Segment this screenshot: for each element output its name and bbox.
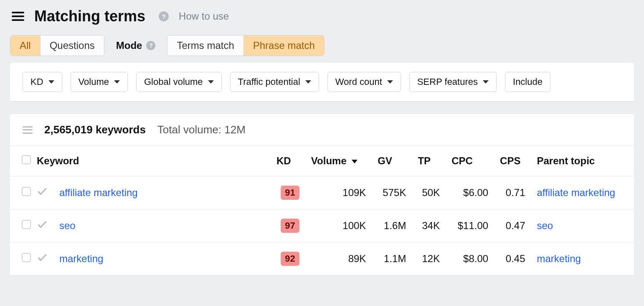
select-all-checkbox[interactable] (22, 155, 31, 164)
keyword-link[interactable]: marketing (59, 253, 103, 264)
cell-volume: 100K (305, 209, 372, 242)
col-gv[interactable]: GV (372, 146, 412, 176)
filter-serp-features[interactable]: SERP features (409, 72, 497, 92)
filter-bar: KD Volume Global volume Traffic potentia… (10, 63, 634, 102)
keyword-link[interactable]: seo (59, 220, 76, 231)
cell-gv: 1.1M (372, 242, 412, 275)
hamburger-menu-icon[interactable] (12, 12, 24, 21)
list-density-icon[interactable] (23, 126, 33, 134)
keyword-link[interactable]: affiliate marketing (59, 187, 138, 198)
filter-word-count-label: Word count (335, 76, 382, 87)
filter-global-volume[interactable]: Global volume (136, 72, 222, 92)
col-parent-topic[interactable]: Parent topic (531, 146, 634, 176)
type-segmented: All Questions (10, 35, 104, 56)
sort-desc-icon (352, 160, 357, 163)
mode-label-text: Mode (116, 40, 142, 51)
cell-gv: 575K (372, 176, 412, 209)
cell-cpc: $8.00 (446, 242, 494, 275)
kd-badge: 97 (281, 219, 299, 233)
checkmark-icon (31, 209, 53, 242)
mode-phrase-match[interactable]: Phrase match (243, 36, 324, 56)
keyword-count: 2,565,019 keywords (44, 123, 146, 136)
col-tp[interactable]: TP (412, 146, 446, 176)
chevron-down-icon (483, 80, 489, 84)
parent-topic-link[interactable]: marketing (537, 253, 581, 264)
cell-gv: 1.6M (372, 209, 412, 242)
filter-word-count[interactable]: Word count (327, 72, 401, 92)
kd-badge: 91 (281, 186, 299, 200)
chevron-down-icon (305, 80, 311, 84)
kd-badge: 92 (281, 252, 299, 266)
total-volume: Total volume: 12M (157, 123, 246, 136)
mode-help-icon[interactable]: ? (146, 41, 155, 50)
col-cpc[interactable]: CPC (446, 146, 494, 176)
row-checkbox[interactable] (22, 187, 31, 196)
chevron-down-icon (48, 80, 54, 84)
filter-global-volume-label: Global volume (144, 76, 203, 87)
parent-topic-link[interactable]: seo (537, 220, 553, 231)
keywords-table: Keyword KD Volume GV TP CPC CPS Parent t… (10, 146, 634, 275)
tab-questions[interactable]: Questions (40, 36, 104, 56)
cell-volume: 109K (305, 176, 372, 209)
filter-kd[interactable]: KD (23, 72, 62, 92)
col-kd[interactable]: KD (271, 146, 305, 176)
mode-label: Mode ? (116, 40, 156, 51)
cell-cps: 0.45 (494, 242, 531, 275)
tab-all[interactable]: All (10, 36, 40, 56)
cell-cpc: $11.00 (446, 209, 494, 242)
filter-volume[interactable]: Volume (71, 72, 128, 92)
filter-include[interactable]: Include (505, 72, 550, 92)
how-to-use-link[interactable]: How to use (179, 10, 229, 22)
chevron-down-icon (208, 80, 214, 84)
filter-traffic-potential[interactable]: Traffic potential (230, 72, 319, 92)
help-icon[interactable]: ? (159, 11, 169, 21)
cell-cpc: $6.00 (446, 176, 494, 209)
col-keyword[interactable]: Keyword (31, 146, 271, 176)
table-row: marketing9289K1.1M12K$8.000.45marketing (10, 242, 634, 275)
cell-tp: 34K (412, 209, 446, 242)
cell-tp: 12K (412, 242, 446, 275)
cell-volume: 89K (305, 242, 372, 275)
parent-topic-link[interactable]: affiliate marketing (537, 187, 616, 198)
chevron-down-icon (114, 80, 120, 84)
checkmark-icon (31, 242, 53, 275)
page-title: Matching terms (34, 8, 145, 25)
cell-cps: 0.47 (494, 209, 531, 242)
mode-segmented: Terms match Phrase match (167, 35, 324, 56)
col-volume[interactable]: Volume (305, 146, 372, 176)
row-checkbox[interactable] (22, 220, 31, 229)
table-row: seo97100K1.6M34K$11.000.47seo (10, 209, 634, 242)
cell-tp: 50K (412, 176, 446, 209)
filter-include-label: Include (513, 76, 543, 87)
filter-serp-features-label: SERP features (417, 76, 478, 87)
filter-traffic-potential-label: Traffic potential (238, 76, 300, 87)
table-row: affiliate marketing91109K575K50K$6.000.7… (10, 176, 634, 209)
filter-kd-label: KD (30, 76, 43, 87)
col-volume-label: Volume (311, 155, 347, 166)
mode-terms-match[interactable]: Terms match (167, 36, 243, 56)
col-cps[interactable]: CPS (494, 146, 531, 176)
cell-cps: 0.71 (494, 176, 531, 209)
row-checkbox[interactable] (22, 253, 31, 262)
checkmark-icon (31, 176, 53, 209)
filter-volume-label: Volume (79, 76, 109, 87)
chevron-down-icon (387, 80, 393, 84)
